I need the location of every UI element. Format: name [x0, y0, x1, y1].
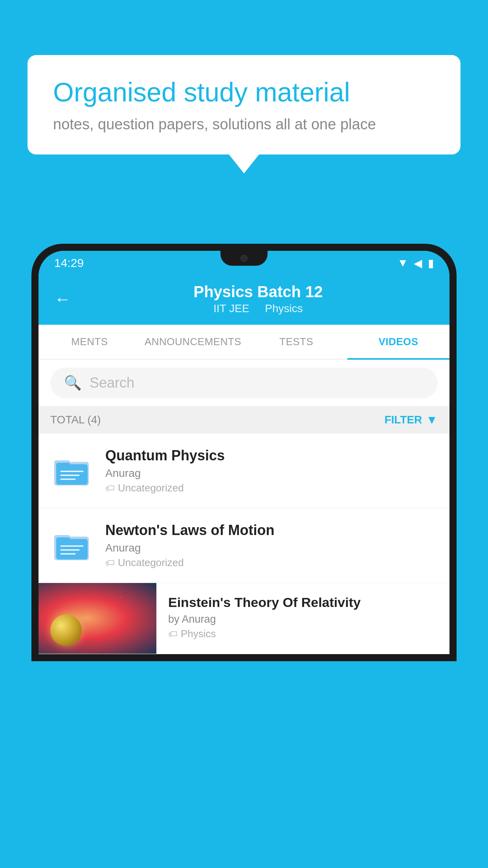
filter-icon: ▼: [426, 413, 438, 427]
video-tag: 🏷 Uncategorized: [105, 557, 438, 569]
batch-title: Physics Batch 12: [83, 283, 434, 301]
video-info: Quantum Physics Anurag 🏷 Uncategorized: [105, 447, 438, 494]
total-count: TOTAL (4): [50, 414, 101, 426]
video-title: Einstein's Theory Of Relativity: [168, 595, 438, 610]
tab-videos[interactable]: VIDEOS: [347, 325, 449, 359]
filter-button[interactable]: FILTER ▼: [384, 413, 438, 427]
status-time: 14:29: [54, 256, 84, 270]
filter-label: FILTER: [384, 414, 422, 426]
video-list: Quantum Physics Anurag 🏷 Uncategorized: [39, 434, 449, 654]
app-header: ← Physics Batch 12 IIT JEE Physics: [39, 275, 449, 325]
video-author: Anurag: [105, 467, 438, 480]
tab-tests[interactable]: TESTS: [245, 325, 347, 359]
tab-bar: MENTS ANNOUNCEMENTS TESTS VIDEOS: [39, 325, 449, 360]
speech-bubble: Organised study material notes, question…: [28, 55, 460, 154]
search-bar[interactable]: 🔍 Search: [50, 368, 438, 398]
battery-icon: ▮: [428, 257, 434, 270]
search-container: 🔍 Search: [39, 360, 449, 406]
signal-icon: ◀: [414, 257, 422, 270]
folder-thumbnail: [50, 526, 94, 565]
phone-screen: 14:29 ▼ ◀ ▮ ← Physics Batch 12 IIT JEE P…: [39, 251, 449, 654]
status-icons: ▼ ◀ ▮: [397, 257, 434, 270]
filter-bar: TOTAL (4) FILTER ▼: [39, 406, 449, 434]
notch: [220, 251, 268, 266]
tag-label: Physics: [181, 628, 216, 640]
batch-subtitle: IIT JEE Physics: [83, 302, 434, 315]
back-button[interactable]: ←: [54, 290, 71, 309]
folder-thumbnail: [50, 451, 94, 491]
video-author: by Anurag: [168, 613, 438, 625]
phone-outer: 14:29 ▼ ◀ ▮ ← Physics Batch 12 IIT JEE P…: [31, 244, 457, 661]
tag-icon: 🏷: [105, 557, 115, 568]
svg-rect-3: [56, 463, 70, 467]
subtitle-physics: Physics: [265, 302, 303, 314]
folder-icon: [52, 453, 92, 489]
header-title-area: Physics Batch 12 IIT JEE Physics: [83, 283, 434, 315]
svg-rect-10: [56, 537, 70, 542]
search-placeholder: Search: [90, 375, 134, 391]
tab-ments[interactable]: MENTS: [39, 325, 141, 359]
video-tag: 🏷 Uncategorized: [105, 482, 438, 494]
tag-label: Uncategorized: [118, 482, 184, 494]
phone-mockup: 14:29 ▼ ◀ ▮ ← Physics Batch 12 IIT JEE P…: [31, 244, 457, 868]
list-item[interactable]: Einstein's Theory Of Relativity by Anura…: [39, 583, 449, 654]
list-item[interactable]: Newton's Laws of Motion Anurag 🏷 Uncateg…: [39, 508, 449, 583]
video-tag: 🏷 Physics: [168, 628, 438, 640]
list-item[interactable]: Quantum Physics Anurag 🏷 Uncategorized: [39, 434, 449, 508]
hero-subtitle: notes, question papers, solutions all at…: [53, 116, 435, 133]
video-author: Anurag: [105, 542, 438, 554]
video-title: Newton's Laws of Motion: [105, 522, 438, 539]
folder-icon: [52, 528, 92, 563]
tab-announcements[interactable]: ANNOUNCEMENTS: [141, 325, 245, 359]
camera-icon: [240, 255, 248, 262]
status-bar: 14:29 ▼ ◀ ▮: [39, 251, 449, 275]
video-thumbnail: [39, 583, 156, 654]
hero-title: Organised study material: [53, 77, 435, 107]
search-icon: 🔍: [64, 375, 82, 391]
hero-section: Organised study material notes, question…: [28, 55, 460, 154]
tag-icon: 🏷: [168, 629, 178, 640]
video-info: Einstein's Theory Of Relativity by Anura…: [156, 583, 449, 652]
wifi-icon: ▼: [397, 257, 408, 269]
video-title: Quantum Physics: [105, 447, 438, 464]
video-info: Newton's Laws of Motion Anurag 🏷 Uncateg…: [105, 522, 438, 569]
tag-label: Uncategorized: [118, 557, 184, 569]
tag-icon: 🏷: [105, 483, 115, 494]
subtitle-iitjee: IIT JEE: [213, 302, 249, 314]
planet-graphic: [50, 614, 82, 646]
